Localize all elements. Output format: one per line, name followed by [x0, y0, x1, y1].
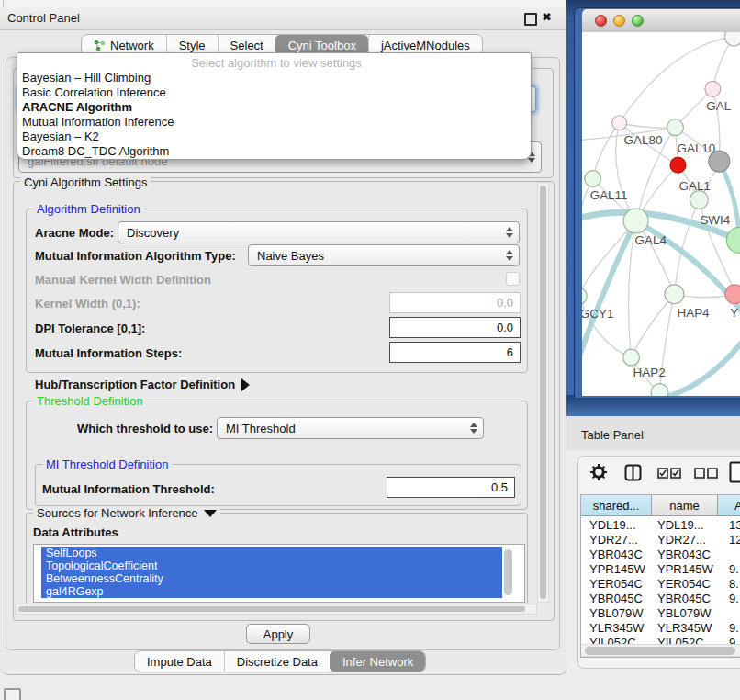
tab-impute-data[interactable]: Impute Data	[135, 651, 224, 672]
network-node[interactable]	[725, 285, 740, 304]
network-node[interactable]	[585, 171, 601, 187]
traffic-close-icon[interactable]	[595, 15, 607, 27]
mi-threshold-title: MI Threshold Definition	[42, 457, 172, 471]
which-threshold-combo[interactable]: MI Threshold	[217, 417, 484, 439]
dropdown-item-basic-correlation[interactable]: Basic Correlation Inference	[17, 85, 531, 100]
tab-impute-data-label: Impute Data	[147, 655, 212, 669]
hide-columns-unchecked-icon[interactable]	[694, 468, 718, 481]
tab-discretize-data[interactable]: Discretize Data	[224, 651, 330, 672]
table-horizontal-scrollbar[interactable]	[581, 644, 740, 657]
table-row[interactable]: YBR045C YBR045C 9.	[581, 592, 740, 606]
dropdown-item-bayesian-k2[interactable]: Bayesian – K2	[17, 130, 531, 144]
dropdown-item-dream8[interactable]: Dream8 DC_TDC Algorithm	[17, 144, 531, 159]
combo-stepper-icon	[505, 250, 512, 261]
table-row[interactable]: YDL19... YDL19... 13	[581, 518, 740, 533]
node-label: SWI4	[700, 213, 730, 227]
combo-stepper-icon	[469, 423, 477, 434]
node-label: GAL11	[590, 188, 628, 202]
expand-right-icon	[241, 378, 250, 391]
network-canvas[interactable]: GAL GAL80 GAL10 GAL1 GAL11 SWI4 GAL4 GCY…	[582, 32, 740, 396]
table-row[interactable]: YER054C YER054C 8.	[581, 577, 740, 592]
data-attributes-label: Data Attributes	[33, 525, 118, 539]
mi-threshold-value: 0.5	[491, 480, 508, 494]
tab-network-label: Network	[110, 39, 154, 52]
table-panel-title: Table Panel	[581, 428, 644, 442]
node-label: GCY1	[582, 307, 613, 321]
column-header-name[interactable]: name	[652, 495, 718, 515]
tab-jactivemnodules-label: jActiveMNodules	[381, 39, 470, 52]
tab-infer-network[interactable]: Infer Network	[330, 651, 425, 672]
kernel-width-label: Kernel Width (0,1):	[35, 297, 140, 310]
network-node[interactable]	[651, 384, 668, 396]
table-panel-titlebar[interactable]: Table Panel	[566, 416, 740, 451]
column-header-next[interactable]: A	[718, 495, 740, 515]
network-node[interactable]	[665, 285, 684, 304]
tab-select-label: Select	[230, 39, 263, 52]
network-node[interactable]	[623, 349, 640, 366]
mi-threshold-label: Mutual Information Threshold:	[42, 482, 215, 496]
network-node[interactable]	[612, 116, 627, 130]
cyni-algorithm-settings-title: Cyni Algorithm Settings	[20, 175, 151, 189]
cyni-bottom-tabbar: Impute Data Discretize Data Infer Networ…	[134, 650, 426, 672]
network-node[interactable]	[623, 209, 648, 233]
kernel-width-field[interactable]: 0.0	[389, 292, 521, 313]
mi-type-combo[interactable]: Naive Bayes	[248, 244, 520, 266]
attribute-table: shared... name A YDL19... YDL19... 13 YD…	[580, 494, 740, 658]
hub-definition-toggle[interactable]: Hub/Transcription Factor Definition	[35, 378, 250, 391]
table-row[interactable]: YDR27... YDR27... 12	[581, 533, 740, 548]
floating-panel-icon[interactable]	[4, 688, 21, 700]
list-item[interactable]: gal4RGexp	[41, 585, 502, 598]
list-vertical-scrollbar[interactable]	[504, 549, 512, 595]
table-row[interactable]: YPR145W YPR145W 9.	[581, 562, 740, 577]
collapse-down-icon	[204, 510, 217, 517]
apply-button-label: Apply	[263, 627, 294, 641]
network-tab-icon	[94, 40, 106, 51]
network-node[interactable]	[667, 119, 683, 136]
mi-threshold-field[interactable]: 0.5	[387, 477, 515, 498]
node-label: Y	[730, 306, 738, 320]
apply-button[interactable]: Apply	[246, 624, 310, 644]
float-window-icon[interactable]	[524, 13, 537, 26]
close-window-icon[interactable]: ✖	[542, 10, 552, 24]
network-node[interactable]	[726, 227, 740, 253]
manual-kernel-checkbox[interactable]	[506, 272, 520, 286]
dropdown-item-mutual-information[interactable]: Mutual Information Inference	[17, 115, 531, 130]
dropdown-item-aracne[interactable]: ARACNE Algorithm	[17, 100, 531, 115]
list-item[interactable]: SelfLoops	[41, 547, 502, 559]
threshold-definition-title: Threshold Definition	[33, 394, 147, 408]
list-item[interactable]: BetweennessCentrality	[41, 572, 502, 585]
show-columns-checked-icon[interactable]	[657, 468, 681, 481]
mi-steps-field[interactable]: 6	[389, 342, 521, 363]
network-node[interactable]	[690, 191, 708, 209]
table-row[interactable]: YLR345W YLR345W 9.	[581, 621, 740, 636]
control-panel-titlebar[interactable]: Control Panel ✖	[0, 7, 566, 30]
sources-title-row[interactable]: Sources for Network Inference	[33, 506, 220, 520]
dropdown-item-bayesian-hill-climbing[interactable]: Bayesian – Hill Climbing	[17, 71, 531, 85]
network-node[interactable]	[582, 288, 587, 305]
dropdown-prompt: Select algorithm to view settings	[17, 56, 531, 71]
node-label: GAL10	[677, 141, 715, 155]
network-node[interactable]	[724, 32, 740, 46]
aracne-mode-combo[interactable]: Discovery	[118, 221, 520, 243]
table-row[interactable]: YBL079W YBL079W	[581, 606, 740, 621]
network-node[interactable]	[705, 81, 721, 96]
list-item[interactable]: TopologicalCoefficient	[41, 559, 502, 572]
table-row[interactable]: YBR043C YBR043C	[581, 548, 740, 562]
aracne-mode-value: Discovery	[127, 226, 179, 240]
node-label: HAP4	[677, 306, 710, 320]
settings-vertical-scrollbar[interactable]	[537, 182, 549, 603]
traffic-minimize-icon[interactable]	[613, 15, 625, 27]
traffic-zoom-icon[interactable]	[632, 15, 644, 27]
tab-discretize-data-label: Discretize Data	[237, 655, 318, 669]
mi-type-value: Naive Bayes	[257, 249, 324, 263]
table-settings-gear-icon[interactable]	[589, 463, 608, 484]
settings-horizontal-scrollbar[interactable]	[15, 604, 537, 615]
network-window-titlebar[interactable]	[582, 9, 740, 33]
new-table-page-icon[interactable]	[729, 461, 740, 486]
column-header-shared-name[interactable]: shared...	[581, 495, 652, 515]
network-node[interactable]	[670, 157, 686, 173]
dpi-tolerance-field[interactable]: 0.0	[389, 317, 521, 338]
data-attributes-list: SelfLoops TopologicalCoefficient Between…	[33, 544, 525, 603]
which-threshold-value: MI Threshold	[226, 422, 296, 435]
column-browser-icon[interactable]	[624, 464, 642, 484]
